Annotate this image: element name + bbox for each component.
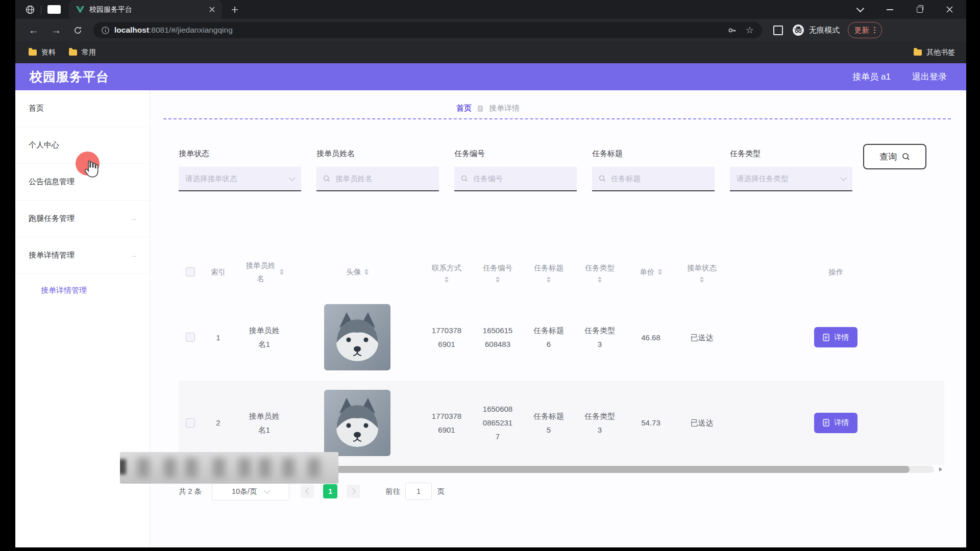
hand-cursor-icon — [83, 160, 100, 181]
url-text: localhost:8081/#/jiedanxiangqing — [114, 26, 233, 35]
prev-page-button[interactable] — [301, 485, 314, 498]
col-task-no[interactable]: 任务编号 — [472, 261, 523, 283]
detail-button[interactable]: 详情 — [814, 327, 857, 347]
breadcrumb-home[interactable]: 首页 — [456, 104, 472, 113]
row-checkbox[interactable] — [186, 333, 195, 342]
task-type-select[interactable]: 请选择任务类型 — [730, 167, 852, 191]
query-button-label: 查询 — [879, 151, 897, 163]
site-info-icon[interactable] — [102, 27, 109, 34]
col-avatar[interactable]: 头像 — [293, 265, 421, 279]
select-all-checkbox[interactable] — [186, 267, 195, 277]
side-panel-icon[interactable] — [773, 26, 783, 35]
tab-title: 校园服务平台 — [89, 5, 209, 14]
detail-button-label: 详情 — [834, 418, 849, 428]
window-close-icon[interactable] — [946, 6, 953, 13]
app-title: 校园服务平台 — [30, 68, 109, 85]
page-size-select[interactable]: 10条/页 — [212, 482, 289, 500]
window-chevron-icon[interactable] — [856, 5, 865, 13]
sort-icon[interactable] — [658, 269, 662, 275]
avatar-husky-image[interactable] — [324, 304, 390, 370]
cell-contact: 17703786901 — [431, 409, 462, 437]
globe-icon[interactable] — [26, 5, 35, 14]
sidebar-item-errand-tasks[interactable]: 跑腿任务管理 – — [15, 201, 150, 237]
forward-icon[interactable]: → — [51, 25, 61, 35]
app-header: 校园服务平台 接单员 a1 退出登录 — [15, 63, 966, 90]
col-price[interactable]: 单价 — [625, 265, 676, 279]
task-title-input[interactable] — [610, 174, 708, 183]
order-status-select[interactable]: 请选择接单状态 — [179, 167, 301, 191]
pinned-tab-icon[interactable] — [47, 5, 61, 14]
sidebar-item-order-details[interactable]: 接单详情管理 – — [15, 237, 150, 274]
browser-menu-icon[interactable] — [874, 27, 875, 34]
goto-page-input[interactable] — [405, 483, 432, 500]
password-key-icon[interactable] — [728, 26, 737, 35]
search-icon — [599, 175, 606, 182]
header-user[interactable]: 接单员 a1 — [852, 71, 891, 83]
search-icon — [461, 175, 468, 182]
breadcrumb: 首页 接单详情 — [456, 104, 520, 113]
logout-link[interactable]: 退出登录 — [912, 71, 947, 83]
filter-order-status: 接单状态 请选择接单状态 — [179, 149, 301, 191]
address-bar[interactable]: localhost:8081/#/jiedanxiangqing ☆ — [93, 22, 762, 38]
row-checkbox[interactable] — [186, 418, 195, 428]
col-receiver-name[interactable]: 接单员姓名 — [235, 259, 293, 285]
window-minimize-icon[interactable] — [887, 9, 893, 10]
bookmark-folder-ziliao[interactable]: 资料 — [29, 48, 56, 57]
query-button[interactable]: 查询 — [863, 144, 926, 169]
bookmarks-bar: 资料 常用 其他书签 — [15, 41, 966, 63]
tab-close-icon[interactable] — [209, 7, 215, 12]
col-index[interactable]: 索引 — [202, 265, 235, 279]
update-label: 更新 — [854, 26, 869, 35]
filter-label: 任务编号 — [454, 149, 577, 159]
chevron-down-icon — [840, 174, 847, 181]
bookmark-star-icon[interactable]: ☆ — [746, 24, 754, 36]
scrollbar-arrow-icon[interactable] — [939, 467, 942, 471]
sort-icon[interactable] — [700, 277, 704, 283]
bookmark-folder-changyong[interactable]: 常用 — [69, 48, 96, 57]
search-icon — [323, 175, 330, 182]
col-status[interactable]: 接单状态 — [676, 261, 727, 283]
browser-tab[interactable]: 校园服务平台 — [69, 0, 222, 19]
sort-icon[interactable] — [364, 269, 369, 275]
reload-icon[interactable] — [74, 26, 82, 35]
filter-bar: 接单状态 请选择接单状态 接单员姓名 — [179, 149, 852, 191]
avatar-husky-image[interactable] — [324, 390, 390, 456]
update-button[interactable]: 更新 — [848, 22, 882, 38]
sidebar-item-home[interactable]: 首页 — [15, 90, 150, 127]
sort-icon[interactable] — [547, 277, 551, 283]
filter-task-no: 任务编号 — [454, 149, 577, 191]
incognito-label: 无痕模式 — [809, 26, 840, 35]
current-page[interactable]: 1 — [323, 484, 337, 498]
sidebar-item-label: 跑腿任务管理 — [29, 214, 75, 223]
task-no-input[interactable] — [472, 174, 570, 183]
col-task-type[interactable]: 任务类型 — [574, 261, 625, 283]
col-contact[interactable]: 联系方式 — [421, 261, 472, 283]
sort-icon[interactable] — [496, 277, 500, 283]
filter-label: 任务类型 — [730, 149, 852, 159]
browser-tab-bar: 校园服务平台 — [15, 0, 966, 19]
receiver-name-input[interactable] — [334, 174, 432, 183]
cell-task-title: 任务标题5 — [533, 409, 565, 437]
sidebar-subitem-label: 接单详情管理 — [41, 286, 87, 295]
col-task-title[interactable]: 任务标题 — [523, 261, 574, 283]
next-page-button[interactable] — [347, 485, 360, 498]
sort-icon[interactable] — [445, 277, 449, 283]
chevron-down-icon — [289, 174, 296, 181]
collapse-icon: – — [132, 215, 136, 223]
collapse-icon: – — [132, 252, 136, 260]
window-restore-icon[interactable] — [917, 7, 923, 13]
sort-icon[interactable] — [598, 277, 602, 283]
back-icon[interactable]: ← — [29, 25, 39, 35]
new-tab-icon[interactable] — [231, 6, 238, 13]
pagination: 共 2 条 10条/页 1 前往 页 — [179, 482, 445, 500]
other-bookmarks[interactable]: 其他书签 — [914, 48, 955, 57]
sidebar-subitem-order-details[interactable]: 接单详情管理 — [15, 274, 150, 307]
sort-icon[interactable] — [280, 269, 284, 275]
cell-task-type: 任务类型3 — [584, 409, 616, 437]
url-path: :8081/#/jiedanxiangqing — [149, 26, 233, 34]
dashed-divider — [163, 118, 951, 119]
sidebar-item-label: 个人中心 — [29, 140, 59, 150]
url-host: localhost — [114, 26, 149, 34]
detail-button[interactable]: 详情 — [814, 413, 857, 433]
vue-logo-icon — [76, 6, 84, 13]
